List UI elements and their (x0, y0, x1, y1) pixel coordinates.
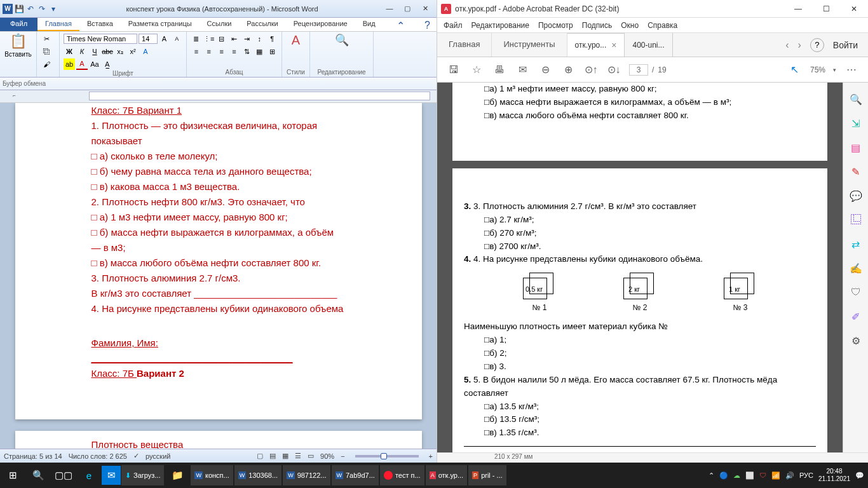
indent-inc-icon[interactable]: ⇥ (241, 33, 252, 44)
save-icon[interactable]: 🖫 (446, 62, 461, 78)
document-area[interactable]: Класс: 7Б Вариант 1 1. Плотность — это ф… (0, 103, 437, 449)
show-marks-icon[interactable]: ¶ (266, 33, 278, 44)
more-icon[interactable]: ⋯ (844, 62, 859, 78)
sign-in-button[interactable]: Войти (833, 40, 858, 50)
taskbar-app[interactable]: Wконсп... (191, 465, 233, 485)
superscript-icon[interactable]: x² (127, 46, 139, 57)
organize-icon[interactable]: ⇄ (848, 236, 864, 252)
minimize-icon[interactable]: ― (383, 4, 396, 13)
prev-tab-icon[interactable]: ‹ (785, 39, 789, 51)
print-icon[interactable]: 🖶 (492, 62, 507, 78)
page-number-input[interactable]: 3 (629, 64, 648, 76)
sign-icon[interactable]: ✍ (848, 261, 864, 276)
format-painter-icon[interactable]: 🖌 (41, 58, 52, 70)
borders-icon[interactable]: ⊞ (266, 46, 278, 57)
select-tool-icon[interactable]: ↖ (787, 62, 803, 78)
copy-icon[interactable]: ⿻ (41, 46, 52, 57)
help-icon[interactable]: ? (810, 38, 824, 52)
menu-file[interactable]: Файл (444, 21, 463, 30)
indent-dec-icon[interactable]: ⇤ (229, 33, 240, 44)
bold-icon[interactable]: Ж (64, 46, 75, 57)
word-count[interactable]: Число слов: 2 625 (69, 452, 127, 460)
zoom-out-icon[interactable]: − (341, 452, 344, 460)
maximize-icon[interactable]: ▢ (401, 4, 414, 13)
page-status[interactable]: Страница: 5 из 14 (4, 452, 62, 460)
explorer-icon[interactable]: 📁 (165, 463, 190, 488)
shrink-font-icon[interactable]: A (171, 33, 182, 44)
email-icon[interactable]: ✉ (515, 62, 530, 78)
comment-icon[interactable]: 💬 (848, 188, 864, 203)
tab-mail[interactable]: Рассылки (239, 18, 285, 31)
redo-icon[interactable]: ↷ (37, 4, 47, 14)
zoom-in-icon[interactable]: + (429, 452, 433, 460)
tool-icon[interactable]: ▤ (848, 140, 864, 155)
close-icon[interactable]: ✕ (419, 4, 431, 13)
tab-view[interactable]: Вид (355, 18, 383, 31)
menu-sign[interactable]: Подпись (582, 21, 613, 30)
close-tab-icon[interactable]: × (611, 40, 616, 50)
minimize-icon[interactable]: ― (784, 0, 812, 18)
align-center-icon[interactable]: ≡ (203, 46, 215, 57)
font-name-select[interactable]: Times New Roman (64, 34, 137, 44)
find-icon[interactable]: 🔍 (335, 33, 349, 47)
tab-tools[interactable]: Инструменты (492, 33, 567, 57)
taskbar-app[interactable]: W7ab9d7... (332, 465, 379, 485)
view-print-icon[interactable]: ▢ (257, 452, 263, 460)
taskbar-app[interactable]: тест п... (380, 465, 424, 485)
tab-file[interactable]: Файл (0, 18, 37, 31)
tray-icon[interactable]: ☁ (733, 471, 740, 480)
italic-icon[interactable]: К (76, 46, 88, 57)
taskbar-app[interactable]: Ppril - ... (468, 465, 506, 485)
tray-chevron-icon[interactable]: ⌃ (709, 471, 714, 480)
line-spacing-icon[interactable]: ⇅ (241, 46, 252, 57)
start-button[interactable]: ⊞ (0, 463, 25, 488)
menu-window[interactable]: Окно (621, 21, 639, 30)
align-left-icon[interactable]: ≡ (191, 46, 202, 57)
cut-icon[interactable]: ✂ (41, 33, 52, 44)
view-web-icon[interactable]: ▦ (282, 452, 288, 460)
taskbar-app[interactable]: W987122... (283, 465, 330, 485)
zoom-dropdown-icon[interactable]: ▾ (833, 67, 836, 73)
styles-icon[interactable]: A (292, 33, 300, 48)
document-tab[interactable]: 400-uni... (625, 33, 672, 57)
grow-font-icon[interactable]: A (159, 33, 170, 44)
subscript-icon[interactable]: x₂ (114, 46, 126, 57)
shading-icon[interactable]: ▦ (254, 46, 265, 57)
edge-icon[interactable]: e (76, 463, 102, 488)
qat-dropdown-icon[interactable]: ▾ (48, 4, 58, 14)
zoom-level[interactable]: 90% (320, 452, 334, 460)
strike-icon[interactable]: abc (102, 46, 113, 57)
paste-icon[interactable]: 📋 (10, 33, 27, 50)
zoom-slider[interactable] (355, 455, 419, 458)
combine-icon[interactable]: ⿺ (848, 212, 864, 227)
language-indicator[interactable]: РУС (799, 471, 813, 479)
page-up-icon[interactable]: ⊙↑ (583, 62, 599, 78)
change-case-icon[interactable]: A̲ (102, 58, 113, 70)
view-draft-icon[interactable]: ▭ (308, 452, 314, 460)
bullets-icon[interactable]: ≣ (191, 33, 202, 44)
edit-pdf-icon[interactable]: ✎ (848, 164, 864, 179)
taskbar-app[interactable]: ⬇Загруз... (121, 465, 164, 485)
tray-icon[interactable]: 🛡 (759, 471, 766, 479)
ruler[interactable]: ⌐ (0, 90, 437, 103)
document-tab[interactable]: отк.уро... × (567, 33, 625, 57)
maximize-icon[interactable]: ☐ (812, 0, 840, 18)
volume-icon[interactable]: 🔊 (785, 471, 794, 480)
underline-icon[interactable]: Ч (89, 46, 100, 57)
highlight-icon[interactable]: ab (64, 58, 75, 70)
task-view-icon[interactable]: ▢▢ (51, 463, 76, 488)
save-icon[interactable]: 💾 (14, 4, 24, 14)
page-down-icon[interactable]: ⊙↓ (606, 62, 621, 78)
justify-icon[interactable]: ≡ (229, 46, 240, 57)
tray-icon[interactable]: 🔵 (719, 471, 728, 480)
language-status[interactable]: русский (146, 452, 170, 460)
more-tools-icon[interactable]: ✐ (848, 309, 864, 324)
font-size-select[interactable]: 14 (139, 34, 158, 44)
font-color-icon[interactable]: A (76, 58, 88, 70)
search-icon[interactable]: 🔍 (848, 92, 864, 107)
tab-refs[interactable]: Ссылки (200, 18, 240, 31)
protect-icon[interactable]: 🛡 (848, 285, 864, 300)
network-icon[interactable]: 📶 (771, 471, 780, 480)
zoom-out-icon[interactable]: ⊖ (538, 62, 553, 78)
align-right-icon[interactable]: ≡ (216, 46, 227, 57)
